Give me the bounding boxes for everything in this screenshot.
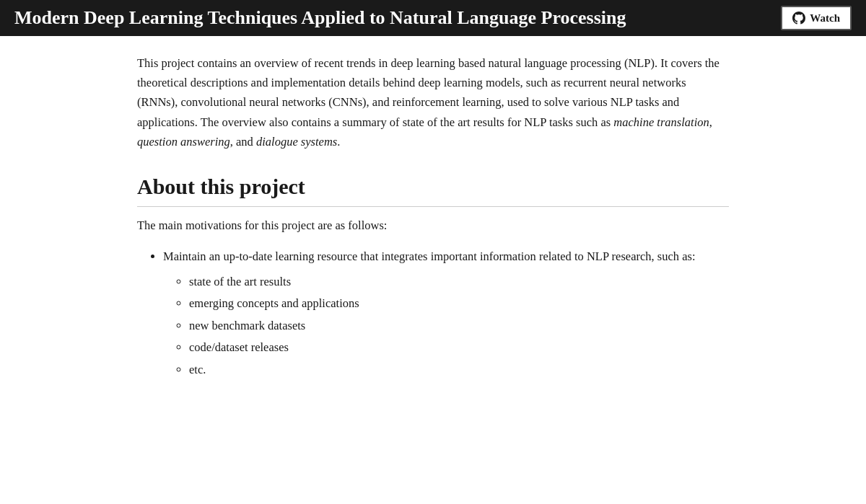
sub-bullet-list: state of the art results emerging concep… <box>163 271 729 381</box>
italic-machine-translation: machine translation <box>613 115 709 129</box>
main-bullet-text: Maintain an up-to-date learning resource… <box>163 249 696 263</box>
comma2: , and <box>230 135 256 149</box>
sub-bullet-text-4: code/dataset releases <box>189 340 289 354</box>
italic-question-answering: question answering <box>137 135 230 149</box>
period: . <box>337 135 340 149</box>
sub-bullet-text-5: etc. <box>189 363 206 376</box>
list-item: etc. <box>189 359 729 381</box>
page-title: Modern Deep Learning Techniques Applied … <box>14 7 626 29</box>
sub-bullet-text-2: emerging concepts and applications <box>189 296 359 310</box>
page-header: Modern Deep Learning Techniques Applied … <box>0 0 866 36</box>
about-section-heading: About this project <box>137 174 729 207</box>
list-item: code/dataset releases <box>189 337 729 359</box>
watch-label: Watch <box>810 12 840 25</box>
list-item: new benchmark datasets <box>189 315 729 337</box>
sub-bullet-text-1: state of the art results <box>189 275 291 288</box>
intro-paragraph: This project contains an overview of rec… <box>137 53 729 151</box>
watch-button[interactable]: Watch <box>781 6 852 30</box>
main-bullet-item: Maintain an up-to-date learning resource… <box>163 247 729 381</box>
github-icon <box>792 12 805 25</box>
main-content: This project contains an overview of rec… <box>0 36 866 401</box>
list-item: emerging concepts and applications <box>189 293 729 315</box>
list-item: state of the art results <box>189 271 729 293</box>
sub-bullet-text-3: new benchmark datasets <box>189 319 305 332</box>
italic-dialogue-systems: dialogue systems <box>256 135 337 149</box>
main-bullet-list: Maintain an up-to-date learning resource… <box>137 247 729 381</box>
motivations-intro: The main motivations for this project ar… <box>137 216 729 235</box>
comma1: , <box>709 115 712 129</box>
